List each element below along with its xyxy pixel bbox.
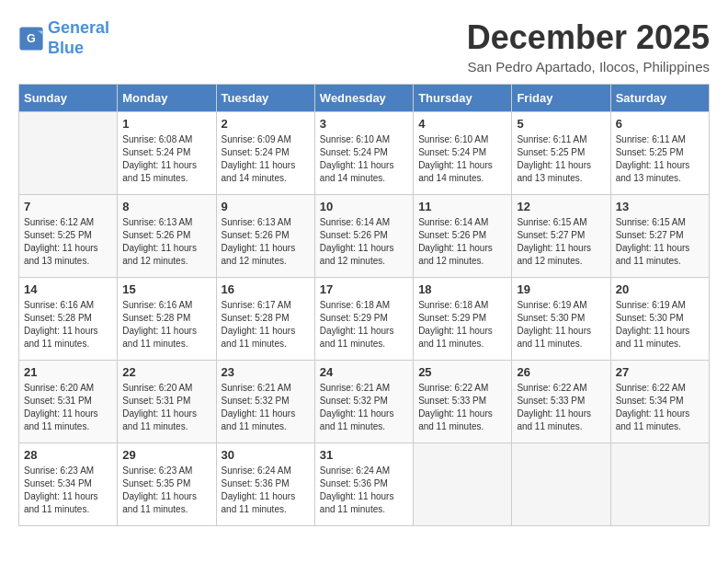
- day-cell: [19, 112, 118, 195]
- day-info: Sunrise: 6:24 AM Sunset: 5:36 PM Dayligh…: [320, 465, 408, 516]
- day-number: 1: [122, 117, 210, 131]
- week-row-1: 1Sunrise: 6:08 AM Sunset: 5:24 PM Daylig…: [19, 112, 710, 195]
- day-number: 28: [24, 448, 112, 462]
- day-cell: 8Sunrise: 6:13 AM Sunset: 5:26 PM Daylig…: [118, 195, 216, 278]
- day-cell: 25Sunrise: 6:22 AM Sunset: 5:33 PM Dayli…: [414, 361, 512, 443]
- day-info: Sunrise: 6:19 AM Sunset: 5:30 PM Dayligh…: [616, 299, 704, 350]
- day-cell: 26Sunrise: 6:22 AM Sunset: 5:33 PM Dayli…: [512, 361, 610, 443]
- day-cell: 30Sunrise: 6:24 AM Sunset: 5:36 PM Dayli…: [216, 443, 314, 526]
- day-cell: 21Sunrise: 6:20 AM Sunset: 5:31 PM Dayli…: [19, 361, 118, 443]
- title-area: December 2025 San Pedro Apartado, Ilocos…: [467, 18, 710, 75]
- day-number: 3: [320, 117, 408, 131]
- day-number: 30: [222, 448, 310, 462]
- day-number: 4: [418, 117, 506, 131]
- day-cell: 5Sunrise: 6:11 AM Sunset: 5:25 PM Daylig…: [512, 112, 610, 195]
- day-cell: 10Sunrise: 6:14 AM Sunset: 5:26 PM Dayli…: [314, 195, 413, 278]
- day-cell: [610, 443, 709, 526]
- day-number: 21: [24, 365, 112, 379]
- calendar-table: SundayMondayTuesdayWednesdayThursdayFrid…: [18, 84, 710, 526]
- day-cell: 27Sunrise: 6:22 AM Sunset: 5:34 PM Dayli…: [610, 361, 709, 443]
- day-cell: 15Sunrise: 6:16 AM Sunset: 5:28 PM Dayli…: [118, 278, 216, 361]
- day-number: 23: [222, 365, 310, 379]
- week-row-2: 7Sunrise: 6:12 AM Sunset: 5:25 PM Daylig…: [19, 195, 710, 278]
- day-cell: 19Sunrise: 6:19 AM Sunset: 5:30 PM Dayli…: [512, 278, 610, 361]
- weekday-header-row: SundayMondayTuesdayWednesdayThursdayFrid…: [19, 85, 710, 112]
- day-cell: 28Sunrise: 6:23 AM Sunset: 5:34 PM Dayli…: [19, 443, 118, 526]
- day-cell: 22Sunrise: 6:20 AM Sunset: 5:31 PM Dayli…: [118, 361, 216, 443]
- day-info: Sunrise: 6:08 AM Sunset: 5:24 PM Dayligh…: [122, 133, 210, 185]
- day-number: 14: [24, 282, 112, 296]
- day-info: Sunrise: 6:23 AM Sunset: 5:35 PM Dayligh…: [122, 465, 210, 516]
- day-info: Sunrise: 6:24 AM Sunset: 5:36 PM Dayligh…: [222, 465, 310, 516]
- week-row-3: 14Sunrise: 6:16 AM Sunset: 5:28 PM Dayli…: [19, 278, 710, 361]
- day-info: Sunrise: 6:21 AM Sunset: 5:32 PM Dayligh…: [320, 382, 408, 433]
- day-info: Sunrise: 6:16 AM Sunset: 5:28 PM Dayligh…: [122, 299, 210, 350]
- day-number: 18: [418, 282, 506, 296]
- day-info: Sunrise: 6:13 AM Sunset: 5:26 PM Dayligh…: [122, 216, 210, 268]
- day-number: 7: [24, 200, 112, 213]
- day-cell: 2Sunrise: 6:09 AM Sunset: 5:24 PM Daylig…: [216, 112, 314, 195]
- day-number: 22: [122, 365, 210, 379]
- day-info: Sunrise: 6:16 AM Sunset: 5:28 PM Dayligh…: [24, 299, 112, 350]
- day-info: Sunrise: 6:19 AM Sunset: 5:30 PM Dayligh…: [517, 299, 605, 350]
- logo-icon: G: [18, 26, 44, 52]
- day-info: Sunrise: 6:18 AM Sunset: 5:29 PM Dayligh…: [320, 299, 408, 350]
- day-number: 31: [320, 448, 408, 462]
- day-cell: 9Sunrise: 6:13 AM Sunset: 5:26 PM Daylig…: [216, 195, 314, 278]
- day-info: Sunrise: 6:15 AM Sunset: 5:27 PM Dayligh…: [616, 216, 704, 268]
- day-cell: 23Sunrise: 6:21 AM Sunset: 5:32 PM Dayli…: [216, 361, 314, 443]
- day-number: 11: [418, 200, 506, 213]
- day-cell: 24Sunrise: 6:21 AM Sunset: 5:32 PM Dayli…: [314, 361, 413, 443]
- day-cell: 3Sunrise: 6:10 AM Sunset: 5:24 PM Daylig…: [314, 112, 413, 195]
- weekday-header-sunday: Sunday: [19, 85, 118, 112]
- day-info: Sunrise: 6:20 AM Sunset: 5:31 PM Dayligh…: [122, 382, 210, 433]
- week-row-5: 28Sunrise: 6:23 AM Sunset: 5:34 PM Dayli…: [19, 443, 710, 526]
- day-number: 16: [222, 282, 310, 296]
- day-number: 17: [320, 282, 408, 296]
- day-number: 20: [616, 282, 704, 296]
- day-info: Sunrise: 6:17 AM Sunset: 5:28 PM Dayligh…: [222, 299, 310, 350]
- day-info: Sunrise: 6:13 AM Sunset: 5:26 PM Dayligh…: [222, 216, 310, 268]
- day-number: 12: [517, 200, 605, 213]
- day-number: 10: [320, 200, 408, 213]
- day-number: 6: [616, 117, 704, 131]
- day-info: Sunrise: 6:23 AM Sunset: 5:34 PM Dayligh…: [24, 465, 112, 516]
- day-info: Sunrise: 6:15 AM Sunset: 5:27 PM Dayligh…: [517, 216, 605, 268]
- day-info: Sunrise: 6:12 AM Sunset: 5:25 PM Dayligh…: [24, 216, 112, 268]
- day-info: Sunrise: 6:14 AM Sunset: 5:26 PM Dayligh…: [320, 216, 408, 268]
- day-cell: 31Sunrise: 6:24 AM Sunset: 5:36 PM Dayli…: [314, 443, 413, 526]
- day-info: Sunrise: 6:11 AM Sunset: 5:25 PM Dayligh…: [616, 133, 704, 185]
- day-cell: 1Sunrise: 6:08 AM Sunset: 5:24 PM Daylig…: [118, 112, 216, 195]
- weekday-header-monday: Monday: [118, 85, 216, 112]
- day-cell: 14Sunrise: 6:16 AM Sunset: 5:28 PM Dayli…: [19, 278, 118, 361]
- day-cell: 12Sunrise: 6:15 AM Sunset: 5:27 PM Dayli…: [512, 195, 610, 278]
- day-info: Sunrise: 6:22 AM Sunset: 5:34 PM Dayligh…: [616, 382, 704, 433]
- weekday-header-friday: Friday: [512, 85, 610, 112]
- day-cell: [414, 443, 512, 526]
- day-number: 9: [222, 200, 310, 213]
- day-cell: 29Sunrise: 6:23 AM Sunset: 5:35 PM Dayli…: [118, 443, 216, 526]
- location-subtitle: San Pedro Apartado, Ilocos, Philippines: [467, 59, 710, 75]
- day-info: Sunrise: 6:22 AM Sunset: 5:33 PM Dayligh…: [517, 382, 605, 433]
- day-number: 26: [517, 365, 605, 379]
- day-info: Sunrise: 6:10 AM Sunset: 5:24 PM Dayligh…: [418, 133, 506, 185]
- day-info: Sunrise: 6:09 AM Sunset: 5:24 PM Dayligh…: [222, 133, 310, 185]
- weekday-header-saturday: Saturday: [610, 85, 709, 112]
- day-info: Sunrise: 6:21 AM Sunset: 5:32 PM Dayligh…: [222, 382, 310, 433]
- day-number: 2: [222, 117, 310, 131]
- day-number: 25: [418, 365, 506, 379]
- day-cell: 20Sunrise: 6:19 AM Sunset: 5:30 PM Dayli…: [610, 278, 709, 361]
- day-info: Sunrise: 6:18 AM Sunset: 5:29 PM Dayligh…: [418, 299, 506, 350]
- day-info: Sunrise: 6:22 AM Sunset: 5:33 PM Dayligh…: [418, 382, 506, 433]
- day-info: Sunrise: 6:11 AM Sunset: 5:25 PM Dayligh…: [517, 133, 605, 185]
- day-cell: 11Sunrise: 6:14 AM Sunset: 5:26 PM Dayli…: [414, 195, 512, 278]
- day-cell: 13Sunrise: 6:15 AM Sunset: 5:27 PM Dayli…: [610, 195, 709, 278]
- weekday-header-tuesday: Tuesday: [216, 85, 314, 112]
- svg-text:G: G: [27, 32, 36, 45]
- logo: G General Blue: [18, 18, 109, 58]
- day-cell: 16Sunrise: 6:17 AM Sunset: 5:28 PM Dayli…: [216, 278, 314, 361]
- day-number: 24: [320, 365, 408, 379]
- day-number: 13: [616, 200, 704, 213]
- month-title: December 2025: [467, 18, 710, 57]
- day-info: Sunrise: 6:10 AM Sunset: 5:24 PM Dayligh…: [320, 133, 408, 185]
